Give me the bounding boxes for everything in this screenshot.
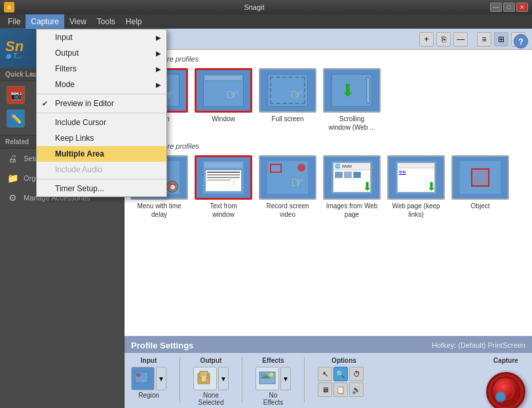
menu-bar: File Capture View Tools Help (0, 14, 532, 29)
menu-capture[interactable]: Capture (26, 14, 64, 29)
dropdown-mode[interactable]: Mode (37, 77, 166, 92)
profile-label-object: Object (471, 202, 490, 210)
dropdown-output[interactable]: Output (37, 45, 166, 61)
dropdown-sep-1 (37, 94, 166, 94)
ps-output-icon[interactable] (193, 367, 217, 390)
ps-input-label: Input (141, 357, 157, 364)
ps-divider-1 (180, 357, 180, 403)
capture-label: Capture (493, 357, 518, 364)
options-icons: ↖ 🔍 ⏱ 🖥 📋 🔊 (318, 367, 370, 397)
svg-rect-5 (202, 376, 206, 381)
app-title: Snagit (18, 3, 490, 11)
help-button[interactable]: ? (514, 34, 528, 48)
multiple-area-label: Multiple Area (55, 149, 104, 158)
dropdown-filters[interactable]: Filters (37, 61, 166, 77)
ps-input-icon[interactable]: ☞ (131, 367, 155, 390)
delete-profile-button[interactable]: — (453, 32, 468, 46)
ps-divider-3 (304, 357, 305, 403)
minimize-button[interactable]: — (490, 3, 502, 12)
ps-input-value: Region (138, 392, 159, 399)
option-clipboard-icon[interactable]: 📋 (333, 382, 348, 397)
option-screen-icon[interactable]: 🖥 (318, 382, 332, 397)
profile-label-fullscreen: Full screen (272, 115, 304, 123)
ps-input-row: ☞ ▼ (131, 367, 166, 390)
profile-thumb-images: 🌐 www ⬇ (323, 155, 381, 200)
keep-links-label: Keep Links (55, 134, 94, 143)
ps-options-section: Options ↖ 🔍 ⏱ 🖥 📋 🔊 (318, 357, 370, 397)
editor-icon: ✏️ (7, 109, 25, 128)
capture-dropdown-menu: Input Output Filters Mode ✔ Preview in E… (36, 29, 167, 197)
profiles-content: Basic capture profiles ☞ Region (124, 50, 532, 336)
profile-webpage[interactable]: link ⬇ Web page (keep links) (387, 155, 446, 219)
profile-object[interactable]: Object (451, 155, 510, 219)
profile-thumb-fullscreen: ☞ (259, 68, 316, 113)
dropdown-include-cursor[interactable]: Include Cursor (37, 115, 166, 130)
dropdown-include-audio: Include Audio (37, 162, 166, 177)
option-audio-icon[interactable]: 🔊 (349, 382, 364, 397)
timer-setup-label: Timer Setup... (55, 184, 104, 193)
capture-button[interactable]: 🌐 (486, 372, 525, 408)
output-label: Output (55, 48, 79, 58)
dropdown-preview-editor[interactable]: ✔ Preview in Editor (37, 96, 166, 111)
include-cursor-label: Include Cursor (55, 118, 106, 127)
dropdown-sep-2 (37, 113, 166, 113)
ps-output-dropdown[interactable]: ▼ (218, 367, 229, 390)
profile-label-text: Text from window (210, 202, 237, 219)
gear-icon: ⚙ (5, 191, 20, 205)
ps-effects-dropdown[interactable]: ▼ (280, 367, 291, 390)
include-audio-label: Include Audio (55, 165, 102, 174)
close-button[interactable]: ✕ (516, 3, 528, 12)
dropdown-keep-links[interactable]: Keep Links (37, 130, 166, 146)
ps-output-section: Output ▼ None Selected (193, 357, 229, 406)
capture-section: Capture 🌐 (486, 357, 525, 408)
list-view-button[interactable]: ≡ (477, 32, 491, 46)
snagit-logo: Sn◉ T... (5, 38, 24, 60)
svg-text:☞: ☞ (140, 378, 146, 385)
svg-point-8 (269, 373, 273, 377)
grid-view-button[interactable]: ⊞ (494, 32, 508, 46)
ps-input-dropdown[interactable]: ▼ (156, 367, 166, 390)
title-bar: S Snagit — □ ✕ (0, 0, 532, 14)
profile-label-window: Window (212, 115, 235, 123)
profile-images-web[interactable]: 🌐 www ⬇ Images from Web page (322, 155, 381, 219)
preview-editor-label: Preview in Editor (55, 99, 114, 108)
option-zoom-icon[interactable]: 🔍 (333, 367, 348, 381)
add-profile-button[interactable]: + (419, 32, 434, 46)
profile-label-record: Record screen video (266, 202, 309, 219)
ps-effects-row: ▼ (256, 367, 291, 390)
option-cursor-icon[interactable]: ↖ (318, 367, 332, 381)
profile-thumb-object (451, 155, 509, 200)
window-controls: — □ ✕ (490, 3, 528, 12)
dropdown-input[interactable]: Input (37, 29, 166, 45)
profile-text-window[interactable]: ☞ Text from window (194, 155, 253, 219)
menu-tools[interactable]: Tools (92, 14, 121, 29)
profile-label-menu: Menu with time delay (137, 202, 181, 219)
dropdown-timer-setup[interactable]: Timer Setup... (37, 181, 166, 196)
app-icon: S (4, 2, 14, 12)
basic-section-label: Basic capture profiles (130, 55, 527, 63)
profiles-header: Profiles + ⎘ — ≡ ⊞ ⚙ (124, 29, 532, 50)
profile-label-scrolling: Scrolling window (Web ... (329, 115, 375, 132)
ps-input-section: Input ☞ ▼ Region (131, 357, 166, 399)
profiles-toolbar: + ⎘ — ≡ ⊞ ⚙ (419, 32, 525, 46)
profile-window[interactable]: ☞ Window (194, 68, 253, 132)
dropdown-menu: Input Output Filters Mode ✔ Preview in E… (36, 29, 167, 197)
svg-rect-1 (136, 373, 140, 377)
menu-help[interactable]: Help (121, 14, 147, 29)
menu-view[interactable]: View (64, 14, 92, 29)
input-label: Input (55, 33, 73, 42)
profile-thumb-record: ☞ (259, 155, 316, 200)
option-timer-icon[interactable]: ⏱ (349, 367, 364, 381)
copy-profile-button[interactable]: ⎘ (436, 32, 451, 46)
dropdown-multiple-area[interactable]: Multiple Area (37, 146, 166, 162)
maximize-button[interactable]: □ (503, 3, 515, 12)
ps-divider-2 (242, 357, 242, 403)
profile-record-video[interactable]: ☞ Record screen video (258, 155, 317, 219)
menu-file[interactable]: File (3, 14, 26, 29)
profile-thumb-window: ☞ (195, 68, 252, 113)
basic-profiles-grid: ☞ Region ☞ Window (130, 68, 527, 132)
ps-effects-icon[interactable] (256, 367, 279, 390)
ps-options-label: Options (332, 357, 356, 364)
profile-scrolling[interactable]: ⬇ Scrolling window (Web ... (322, 68, 381, 132)
profile-fullscreen[interactable]: ☞ Full screen (258, 68, 317, 132)
